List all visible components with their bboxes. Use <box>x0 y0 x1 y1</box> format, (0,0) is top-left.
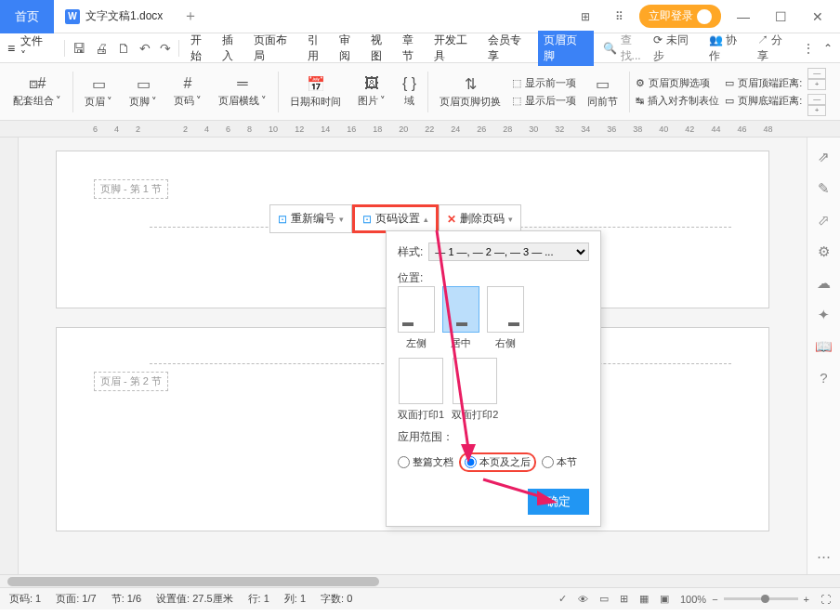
maximize-button[interactable]: ☐ <box>766 4 795 30</box>
zoom-slider[interactable] <box>724 597 798 600</box>
ribbon-shownext[interactable]: ⬚ 显示后一项 <box>512 94 576 108</box>
zoom-in[interactable]: + <box>804 594 809 605</box>
scope-label: 应用范围： <box>398 429 589 445</box>
share-button[interactable]: ↗ 分享 <box>757 33 794 64</box>
zoom-out[interactable]: − <box>712 594 717 605</box>
sidepanel-cloud-icon[interactable]: ☁ <box>817 275 831 292</box>
status-pagenum: 页码: 1 <box>9 592 41 606</box>
ribbon-pagenum-options[interactable]: ⚙ 页眉页脚选项 <box>636 76 719 90</box>
preview-icon[interactable]: 🗋 <box>117 41 130 56</box>
ribbon-footer[interactable]: ▭页脚 ˅ <box>124 72 163 112</box>
delete-pagenum-button[interactable]: ✕ 删除页码 ▾ <box>439 204 521 233</box>
grid-icon[interactable]: ⠿ <box>606 4 632 30</box>
menu-devtools[interactable]: 开发工具 <box>430 33 482 64</box>
menu-insert[interactable]: 插入 <box>218 33 248 64</box>
ok-button[interactable]: 确定 <box>528 489 589 515</box>
menu-review[interactable]: 审阅 <box>335 33 365 64</box>
position-left[interactable]: 左侧 <box>398 286 435 350</box>
zoom-level: 100% <box>680 594 706 605</box>
ribbon-bot-dist: ▭ 页脚底端距离: <box>725 94 802 108</box>
switch-icon: ⇅ <box>465 75 477 93</box>
sidepanel-more-icon[interactable]: ⋯ <box>817 548 831 565</box>
status-eye-icon[interactable]: 👁 <box>578 594 588 605</box>
collab-button[interactable]: 👥 协作 <box>709 33 748 64</box>
ribbon-showprev[interactable]: ⬚ 显示前一项 <box>512 76 576 90</box>
ribbon-headerline[interactable]: ═页眉横线 ˅ <box>213 72 272 111</box>
print-icon[interactable]: 🖨 <box>95 41 108 56</box>
menu-header-footer[interactable]: 页眉页脚 <box>538 31 594 66</box>
home-tab[interactable]: 首页 <box>0 0 54 33</box>
file-menu[interactable]: 文件 ˅ <box>20 33 51 62</box>
sidepanel-settings-icon[interactable]: ⚙ <box>818 243 830 260</box>
sidepanel-edit-icon[interactable]: ✎ <box>818 180 830 197</box>
ribbon-align-tabs[interactable]: ↹ 插入对齐制表位 <box>636 94 719 108</box>
botdist-spinner[interactable]: —+ <box>807 94 826 116</box>
redo-icon[interactable]: ↷ <box>160 41 171 56</box>
prev-icon: ⬚ <box>512 77 521 89</box>
undo-icon[interactable]: ↶ <box>139 41 151 56</box>
more-icon[interactable]: ⋮ <box>803 42 814 55</box>
scope-section[interactable]: 本节 <box>542 455 577 469</box>
scope-whole[interactable]: 整篇文档 <box>398 455 453 469</box>
search-box[interactable]: 🔍 查找... <box>603 33 652 64</box>
botdist-icon: ▭ <box>725 95 734 107</box>
collapse-icon[interactable]: ⌃ <box>823 42 833 55</box>
menu-layout[interactable]: 页面布局 <box>250 33 302 64</box>
image-icon: 🖼 <box>364 75 379 92</box>
calendar-icon: 📅 <box>307 75 325 93</box>
status-charcount: 字数: 0 <box>321 592 352 606</box>
ribbon-combo[interactable]: ⧈# 配套组合 ˅ <box>7 72 67 111</box>
save-icon[interactable]: 🖫 <box>72 41 85 56</box>
sidepanel-rocket-icon[interactable]: ⇗ <box>818 149 830 165</box>
ribbon-samesection[interactable]: ▭同前节 <box>582 72 623 112</box>
sidepanel-select-icon[interactable]: ⬀ <box>818 212 830 229</box>
page-settings-button[interactable]: ⊡ 页码设置 ▴ <box>352 204 439 233</box>
hamburger-icon[interactable]: ≡ <box>7 41 15 56</box>
login-button[interactable]: 立即登录 <box>639 5 721 28</box>
ribbon-image[interactable]: 🖼图片 ˅ <box>352 72 391 111</box>
menu-refs[interactable]: 引用 <box>304 33 334 64</box>
status-view4-icon[interactable]: ▣ <box>660 593 669 605</box>
status-view3-icon[interactable]: ▦ <box>639 593 649 605</box>
position-duplex2[interactable]: 双面打印2 <box>452 358 498 422</box>
menu-premium[interactable]: 会员专享 <box>484 33 536 64</box>
position-duplex1[interactable]: 双面打印1 <box>398 358 444 422</box>
sidepanel-book-icon[interactable]: 📖 <box>815 338 833 355</box>
status-section: 节: 1/6 <box>112 592 141 606</box>
section1-label: 页脚 - 第 1 节 <box>94 179 168 199</box>
menu-section[interactable]: 章节 <box>399 33 428 64</box>
menu-start[interactable]: 开始 <box>187 33 217 64</box>
topdist-spinner[interactable]: —+ <box>807 68 826 90</box>
status-view1-icon[interactable]: ▭ <box>599 593 609 605</box>
pagenum-icon: # <box>184 75 192 92</box>
scope-from-here[interactable]: 本页及之后 <box>459 452 536 472</box>
layout-icon[interactable]: ⊞ <box>572 4 598 30</box>
unsync-button[interactable]: ⟳ 未同步 <box>653 33 699 64</box>
field-icon: { } <box>402 75 416 92</box>
renumber-button[interactable]: ⊡ 重新编号 ▾ <box>269 204 352 233</box>
horizontal-scrollbar[interactable] <box>0 574 840 587</box>
ribbon-pagenum[interactable]: #页码 ˅ <box>168 72 207 111</box>
menu-view[interactable]: 视图 <box>367 33 397 64</box>
fullscreen-icon[interactable]: ⛶ <box>820 594 831 605</box>
new-tab-button[interactable]: ＋ <box>174 7 207 26</box>
sidepanel-help-icon[interactable]: ? <box>820 370 827 386</box>
gear-icon: ⚙ <box>636 77 645 89</box>
ribbon-datetime[interactable]: 📅日期和时间 <box>284 72 347 112</box>
position-center[interactable]: 居中 <box>442 286 479 350</box>
ribbon-switch[interactable]: ⇅页眉页脚切换 <box>434 72 506 112</box>
close-button[interactable]: ✕ <box>803 4 833 30</box>
document-tab[interactable]: W 文字文稿1.docx <box>54 8 174 24</box>
sidepanel-star-icon[interactable]: ✦ <box>818 307 830 323</box>
header-icon: ▭ <box>92 75 106 93</box>
vertical-ruler <box>0 138 19 574</box>
doc-name: 文字文稿1.docx <box>85 8 163 24</box>
style-select[interactable]: — 1 —, — 2 —, — 3 — ... <box>428 242 589 261</box>
status-spellcheck-icon[interactable]: ✓ <box>558 593 567 605</box>
position-right[interactable]: 右侧 <box>487 286 524 350</box>
ribbon-field[interactable]: { }域 <box>397 72 422 111</box>
status-view2-icon[interactable]: ⊞ <box>620 593 628 605</box>
minimize-button[interactable]: — <box>728 4 758 30</box>
section2-label: 页眉 - 第 2 节 <box>94 372 168 391</box>
ribbon-header[interactable]: ▭页眉 ˅ <box>79 72 118 112</box>
